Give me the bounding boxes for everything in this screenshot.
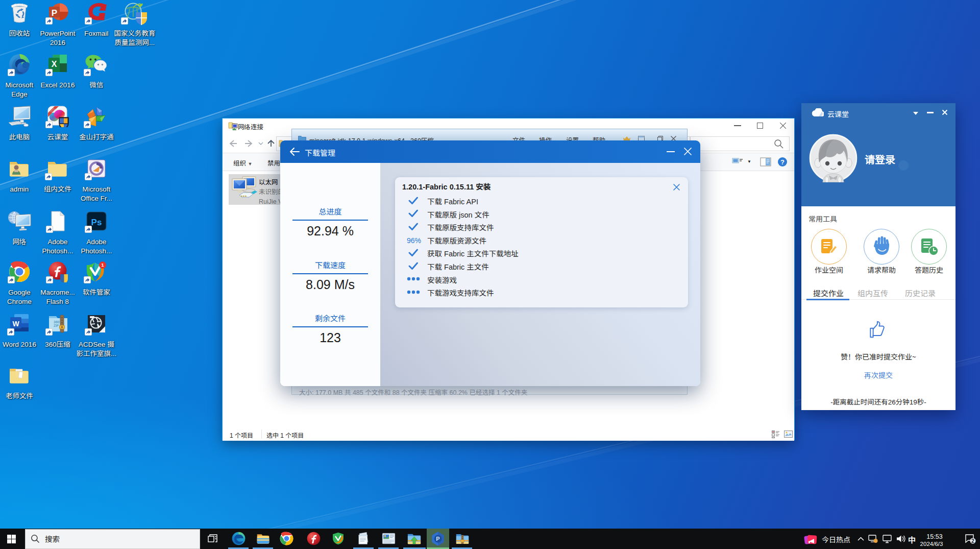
svg-text:P: P: [52, 8, 57, 18]
svg-text:?: ?: [780, 158, 785, 166]
svg-text:Ps: Ps: [91, 218, 102, 227]
svg-text:P: P: [436, 536, 439, 542]
svg-text:1: 1: [101, 262, 104, 268]
svg-text:W: W: [12, 320, 19, 328]
svg-text:2: 2: [971, 538, 974, 544]
svg-text:X: X: [52, 60, 57, 68]
svg-text:ZIP: ZIP: [54, 324, 59, 327]
svg-text:360: 360: [54, 320, 60, 324]
